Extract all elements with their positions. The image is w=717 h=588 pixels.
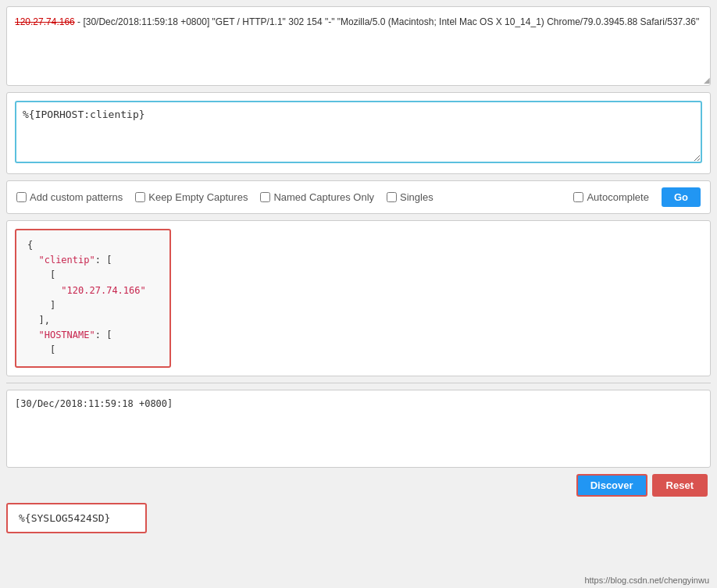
- autocomplete-option[interactable]: Autocomplete: [573, 191, 649, 203]
- action-buttons-row: Discover Reset: [6, 474, 711, 497]
- named-captures-only-label: Named Captures Only: [273, 191, 374, 203]
- main-container: 120.27.74.166 - [30/Dec/2018:11:59:18 +0…: [0, 0, 717, 588]
- keep-empty-captures-label: Keep Empty Captures: [148, 191, 248, 203]
- json-line-3: [: [27, 268, 159, 283]
- log-display: 120.27.74.166 - [30/Dec/2018:11:59:18 +0…: [15, 15, 702, 77]
- json-line-6: ],: [27, 313, 159, 328]
- named-captures-only-option[interactable]: Named Captures Only: [260, 191, 374, 203]
- keep-empty-captures-option[interactable]: Keep Empty Captures: [135, 191, 248, 203]
- json-result: { "clientip": [ [ "120.27.74.166" ] ], "…: [15, 229, 171, 368]
- json-line-4: "120.27.74.166": [27, 283, 159, 298]
- log-ip: 120.27.74.166: [15, 16, 75, 27]
- singles-checkbox[interactable]: [387, 192, 397, 202]
- go-button[interactable]: Go: [662, 187, 701, 207]
- keep-empty-captures-checkbox[interactable]: [135, 192, 145, 202]
- add-custom-patterns-checkbox[interactable]: [16, 192, 27, 202]
- options-bar: Add custom patterns Keep Empty Captures …: [6, 180, 711, 214]
- json-line-1: {: [27, 238, 159, 253]
- singles-label: Singles: [400, 191, 433, 203]
- grok-pattern-input[interactable]: %{IPORHOST:clientip}: [15, 101, 702, 163]
- grok-pattern-panel: %{IPORHOST:clientip}: [6, 92, 711, 174]
- section-divider: [6, 383, 711, 383]
- add-custom-patterns-option[interactable]: Add custom patterns: [16, 191, 123, 203]
- named-captures-only-checkbox[interactable]: [260, 192, 270, 202]
- json-line-8: [: [27, 343, 159, 358]
- json-line-7: "HOSTNAME": [: [27, 328, 159, 343]
- json-line-2: "clientip": [: [27, 253, 159, 268]
- json-line-5: ]: [27, 298, 159, 313]
- log-panel: 120.27.74.166 - [30/Dec/2018:11:59:18 +0…: [6, 6, 711, 86]
- result-panel: { "clientip": [ [ "120.27.74.166" ] ], "…: [6, 220, 711, 376]
- autocomplete-checkbox[interactable]: [573, 192, 583, 202]
- pattern-suggestion-wrapper: %{SYSLOG5424SD}: [6, 503, 711, 533]
- bottom-log-text: [30/Dec/2018:11:59:18 +0800]: [15, 398, 702, 409]
- add-custom-patterns-label: Add custom patterns: [30, 191, 123, 203]
- log-rest: - [30/Dec/2018:11:59:18 +0800] "GET / HT…: [75, 16, 699, 27]
- watermark: https://blog.csdn.net/chengyinwu: [584, 576, 709, 585]
- reset-button[interactable]: Reset: [652, 474, 708, 497]
- singles-option[interactable]: Singles: [387, 191, 433, 203]
- autocomplete-label: Autocomplete: [587, 191, 649, 203]
- pattern-suggestion-panel: %{SYSLOG5424SD}: [6, 503, 147, 533]
- discover-button[interactable]: Discover: [576, 474, 647, 497]
- resize-handle: ◢: [701, 76, 710, 85]
- bottom-log-panel: [30/Dec/2018:11:59:18 +0800]: [6, 390, 711, 468]
- pattern-suggestion-text: %{SYSLOG5424SD}: [19, 512, 110, 524]
